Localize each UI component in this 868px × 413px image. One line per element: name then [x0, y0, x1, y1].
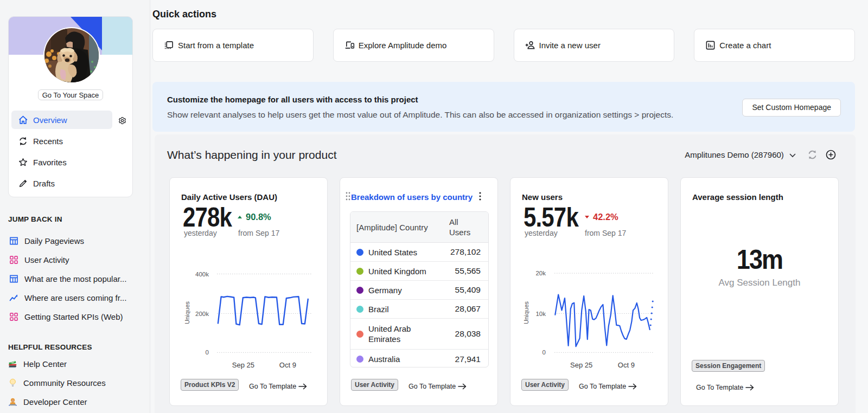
svg-text:10k: 10k — [535, 311, 546, 317]
svg-text:0: 0 — [542, 349, 546, 356]
svg-text:Uniques: Uniques — [184, 301, 190, 324]
svg-text:20k: 20k — [535, 270, 546, 276]
svg-text:Oct 9: Oct 9 — [618, 361, 635, 369]
svg-text:200k: 200k — [195, 311, 209, 317]
svg-text:Oct 9: Oct 9 — [279, 361, 296, 369]
svg-text:Sep 25: Sep 25 — [570, 361, 592, 369]
svg-text:Sep 25: Sep 25 — [232, 361, 254, 369]
svg-text:Uniques: Uniques — [523, 301, 529, 324]
svg-text:0: 0 — [206, 349, 209, 356]
svg-text:400k: 400k — [195, 271, 209, 278]
